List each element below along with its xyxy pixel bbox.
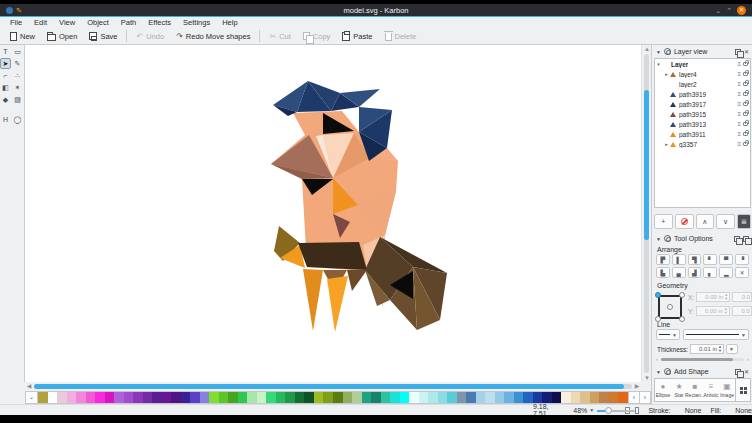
zoom-tool[interactable]: ◯ <box>12 114 23 125</box>
color-swatch[interactable] <box>438 392 448 403</box>
color-swatch[interactable] <box>285 392 295 403</box>
scroll-right-arrow[interactable]: ▶ <box>633 382 641 391</box>
layer-tree-row[interactable]: path3917 ≡ <box>655 99 750 109</box>
color-swatch[interactable] <box>276 392 286 403</box>
maximize-button[interactable]: ⌃ <box>726 6 732 15</box>
text-tool[interactable]: T <box>0 46 11 57</box>
color-swatch[interactable] <box>257 392 267 403</box>
y-field[interactable]: 0.00 in▲▼ <box>696 306 730 316</box>
color-swatch[interactable] <box>542 392 552 403</box>
toolbar-button[interactable]: Paste <box>336 30 378 43</box>
palette-dropdown-button[interactable]: ⌄ <box>25 391 38 404</box>
layer-tree-row[interactable]: ▸ layer4 ≡ <box>655 69 750 79</box>
visibility-icon[interactable]: ≡ <box>737 100 741 108</box>
arrange-button[interactable]: ✕ <box>735 267 749 278</box>
arrange-button[interactable]: ▄ <box>672 267 686 278</box>
lock-icon[interactable] <box>743 112 748 116</box>
color-swatch[interactable] <box>561 392 571 403</box>
color-swatch[interactable] <box>447 392 457 403</box>
arrange-button[interactable]: ▌ <box>672 254 686 265</box>
visibility-icon[interactable]: ≡ <box>737 90 741 98</box>
layer-tree-row[interactable]: ▸ g3357 ≡ <box>655 139 750 149</box>
color-swatch[interactable] <box>495 392 505 403</box>
color-swatch[interactable] <box>618 392 628 403</box>
artwork-polygon[interactable] <box>298 242 367 270</box>
color-swatch[interactable] <box>609 392 619 403</box>
horizontal-scrollbar[interactable]: ◀ ▶ <box>25 382 641 391</box>
arrange-button[interactable]: ▘ <box>703 254 717 265</box>
anchor-bottom-right[interactable] <box>679 316 685 322</box>
add-shape-header[interactable]: ▼ Add Shape ✕ <box>652 365 752 378</box>
color-swatch[interactable] <box>200 392 210 403</box>
toolbar-button[interactable]: Open <box>41 30 83 43</box>
layer-tree-row[interactable]: path3911 ≡ <box>655 129 750 139</box>
color-swatch[interactable] <box>504 392 514 403</box>
panel-scrollbar[interactable]: ‹ › <box>656 357 749 362</box>
toolbar-button[interactable]: Copy <box>297 30 337 43</box>
color-swatch[interactable] <box>266 392 276 403</box>
color-swatch[interactable] <box>599 392 609 403</box>
close-panel-icon[interactable]: ✕ <box>744 49 749 55</box>
shape-item[interactable]: ≡ Artistic <box>703 379 719 401</box>
menu-item[interactable]: Help <box>216 18 243 27</box>
horizontal-scroll-thumb[interactable] <box>34 384 624 389</box>
color-swatch[interactable] <box>295 392 305 403</box>
color-swatch[interactable] <box>219 392 229 403</box>
color-swatch[interactable] <box>209 392 219 403</box>
visibility-icon[interactable]: ≡ <box>737 60 741 68</box>
toolbar-button[interactable]: ✂ Cut <box>263 30 296 43</box>
toolbar-button[interactable]: ↷ Redo Move shapes <box>170 30 256 43</box>
menu-item[interactable]: Effects <box>142 18 177 27</box>
color-swatch[interactable] <box>190 392 200 403</box>
layer-tree-row[interactable]: ▾ Layer ≡ <box>655 59 750 69</box>
arrange-button[interactable]: ▀ <box>719 254 733 265</box>
color-swatch[interactable] <box>419 392 429 403</box>
color-swatch[interactable] <box>323 392 333 403</box>
measure-tool[interactable]: H <box>0 114 11 125</box>
visibility-icon[interactable]: ≡ <box>737 120 741 128</box>
menu-item[interactable]: Object <box>81 18 115 27</box>
lock-icon[interactable] <box>743 62 748 66</box>
float-panel-icon[interactable] <box>735 369 741 375</box>
color-swatch[interactable] <box>533 392 543 403</box>
anchor-selector[interactable] <box>658 295 682 319</box>
lowpoly-artwork[interactable] <box>255 75 465 345</box>
layer-tree-row[interactable]: path3913 ≡ <box>655 119 750 129</box>
color-swatch[interactable] <box>476 392 486 403</box>
color-swatch[interactable] <box>514 392 524 403</box>
page-tool[interactable]: ▨ <box>12 94 23 105</box>
color-swatch[interactable] <box>228 392 238 403</box>
lock-icon[interactable] <box>743 142 748 146</box>
color-swatch[interactable] <box>343 392 353 403</box>
layer-view-header[interactable]: ▼ Layer view ✕ <box>652 45 752 58</box>
layer-menu-button[interactable]: ≣ <box>737 214 751 229</box>
layer-tree-row[interactable]: path3919 ≡ <box>655 89 750 99</box>
artwork-polygon[interactable] <box>347 270 367 291</box>
artwork-polygon[interactable] <box>327 276 348 332</box>
color-swatch[interactable] <box>57 392 67 403</box>
titlebar[interactable]: ✎ model.svg - Karbon ⌄ ⌃ ✕ <box>0 4 752 17</box>
color-swatch[interactable] <box>152 392 162 403</box>
spinner-icon[interactable]: ▲▼ <box>718 345 722 353</box>
color-swatch[interactable] <box>238 392 248 403</box>
gradient-tool[interactable]: ◧ <box>0 82 11 93</box>
color-swatch[interactable] <box>409 392 419 403</box>
close-button[interactable]: ✕ <box>737 6 746 15</box>
document-canvas[interactable] <box>25 45 641 382</box>
color-swatch[interactable] <box>457 392 467 403</box>
zoom-combo[interactable]: 48% ▼ <box>573 407 594 414</box>
line-cap-combo[interactable]: ▼ <box>656 329 680 340</box>
select-tool[interactable]: ➤ <box>0 58 11 69</box>
artwork-polygon[interactable] <box>303 269 323 331</box>
color-swatch[interactable] <box>304 392 314 403</box>
vertical-scrollbar[interactable]: ▲ ▼ <box>641 45 651 382</box>
color-swatch[interactable] <box>485 392 495 403</box>
color-swatch[interactable] <box>314 392 324 403</box>
color-swatch[interactable] <box>333 392 343 403</box>
palette-prev-button[interactable]: ‹ <box>629 391 640 404</box>
collapse-triangle-icon[interactable]: ▼ <box>656 236 661 242</box>
menu-item[interactable]: File <box>4 18 28 27</box>
menu-item[interactable]: View <box>53 18 81 27</box>
color-swatch[interactable] <box>371 392 381 403</box>
lock-icon[interactable] <box>743 102 748 106</box>
